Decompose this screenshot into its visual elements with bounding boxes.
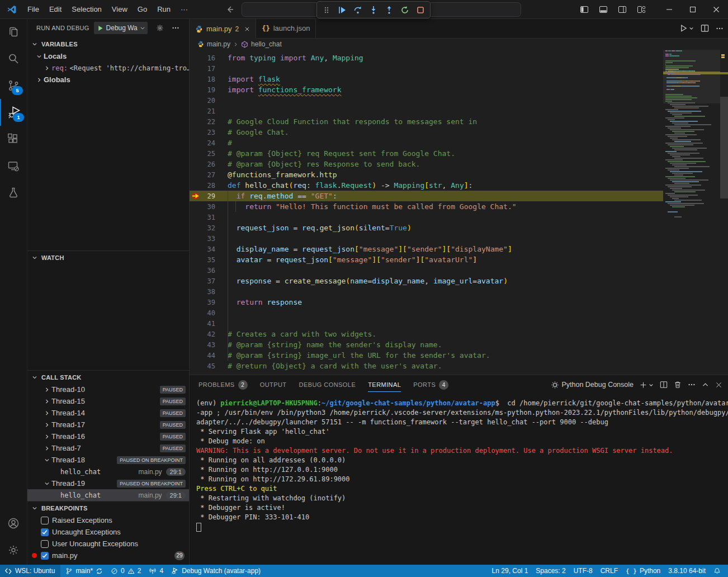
breakpoint-gutter[interactable]: [190, 84, 202, 95]
kill-terminal-icon[interactable]: [674, 381, 682, 389]
breakpoint-gutter[interactable]: [190, 244, 202, 254]
callstack-frame[interactable]: hello_chatmain.py29:1: [27, 489, 189, 501]
breakpoint-gutter[interactable]: [190, 116, 202, 127]
menu-go[interactable]: Go: [133, 3, 152, 16]
statusbar-eol[interactable]: CRLF: [597, 565, 622, 577]
breakpoint-checkbox[interactable]: [41, 517, 49, 524]
breakpoint-gutter[interactable]: [190, 95, 202, 106]
breakpoint-gutter[interactable]: [190, 138, 202, 148]
callstack-thread[interactable]: Thread-7PAUSED: [27, 442, 189, 454]
new-terminal-icon[interactable]: [640, 381, 654, 389]
callstack-thread[interactable]: Thread-15PAUSED: [27, 395, 189, 407]
callstack-thread[interactable]: Thread-19PAUSED ON BREAKPOINT: [27, 477, 189, 489]
toggle-panel-icon[interactable]: [595, 2, 612, 17]
toggle-sidebar-icon[interactable]: [576, 2, 593, 17]
code-line-24[interactable]: 24#: [190, 138, 663, 148]
activity-remote-explorer[interactable]: [0, 153, 27, 179]
maximize-button[interactable]: [681, 0, 705, 18]
code-line-32[interactable]: 32 request_json = req.get_json(silent=Tr…: [190, 223, 663, 233]
code-line-38[interactable]: 38: [190, 286, 663, 297]
breakpoint-gutter[interactable]: [190, 201, 202, 212]
editor-more-actions-icon[interactable]: [716, 25, 724, 32]
variables-scope-globals[interactable]: Globals: [27, 74, 189, 86]
breakpoint-item[interactable]: main.py29: [27, 550, 189, 561]
code-line-19[interactable]: 19import functions_framework: [190, 84, 663, 95]
statusbar-encoding[interactable]: UTF-8: [570, 565, 597, 577]
code-line-23[interactable]: 23# Google Chat.: [190, 127, 663, 138]
breakpoint-gutter[interactable]: [190, 329, 202, 339]
watch-section-header[interactable]: WATCH: [27, 250, 189, 264]
settings-gear-icon[interactable]: [0, 537, 27, 564]
breakpoint-gutter[interactable]: [190, 180, 202, 191]
menu-file[interactable]: File: [22, 3, 44, 16]
panel-tab-problems[interactable]: PROBLEMS2: [198, 375, 248, 394]
callstack-frame[interactable]: hello_chatmain.py29:1: [27, 466, 189, 477]
statusbar-indentation[interactable]: Spaces: 2: [532, 565, 569, 577]
scrollbar[interactable]: [720, 50, 728, 375]
close-panel-icon[interactable]: [715, 381, 722, 389]
code-line-45[interactable]: 45# @return {Object} a card with the use…: [190, 361, 663, 371]
code-line-37[interactable]: 37 response = create_message(name=displa…: [190, 276, 663, 286]
nav-back-icon[interactable]: [225, 5, 234, 14]
activity-testing[interactable]: [0, 179, 27, 206]
breakpoints-section-header[interactable]: BREAKPOINTS: [27, 501, 189, 514]
breakpoint-gutter[interactable]: [190, 212, 202, 223]
menu-edit[interactable]: Edit: [44, 3, 67, 16]
code-line-26[interactable]: 26# @param {Object} res Response to send…: [190, 159, 663, 169]
code-line-42[interactable]: 42# Creates a card with two widgets.: [190, 329, 663, 339]
breakpoint-gutter[interactable]: [190, 339, 202, 350]
panel-more-actions-icon[interactable]: [688, 381, 696, 389]
code-line-44[interactable]: 44# @param {string} image_url the URL fo…: [190, 350, 663, 361]
code-line-34[interactable]: 34 display_name = request_json["message"…: [190, 244, 663, 254]
callstack-thread[interactable]: Thread-14PAUSED: [27, 407, 189, 419]
statusbar-notifications[interactable]: [710, 565, 725, 577]
callstack-thread[interactable]: Thread-10PAUSED: [27, 384, 189, 395]
code-line-33[interactable]: 33: [190, 233, 663, 244]
breakpoint-gutter[interactable]: [190, 318, 202, 329]
call-stack-section-header[interactable]: CALL STACK: [27, 370, 189, 384]
variables-section-header[interactable]: VARIABLES: [27, 37, 189, 50]
code-line-25[interactable]: 25# @param {Object} req Request sent fro…: [190, 148, 663, 159]
debug-step-out-button[interactable]: [382, 3, 396, 17]
statusbar-problems[interactable]: 02: [107, 565, 145, 577]
callstack-thread[interactable]: Thread-16PAUSED: [27, 431, 189, 442]
activity-extensions[interactable]: [0, 126, 27, 153]
split-terminal-icon[interactable]: [660, 381, 668, 389]
minimap[interactable]: [663, 50, 720, 375]
code-line-18[interactable]: 18import flask: [190, 74, 663, 84]
code-line-30[interactable]: 30 return "Hello! This function must be …: [190, 201, 663, 212]
toggle-secondary-sidebar-icon[interactable]: [614, 2, 631, 17]
statusbar-cursor-position[interactable]: Ln 29, Col 1: [488, 565, 532, 577]
breakpoint-item[interactable]: User Uncaught Exceptions: [27, 538, 189, 550]
panel-tab-output[interactable]: OUTPUT: [260, 375, 287, 394]
breakpoint-checkbox[interactable]: [41, 552, 49, 560]
menu-more[interactable]: ···: [176, 3, 193, 16]
breakpoint-gutter[interactable]: [190, 169, 202, 180]
breakpoint-gutter[interactable]: [190, 308, 202, 318]
maximize-panel-icon[interactable]: [702, 381, 709, 389]
breakpoint-gutter[interactable]: [190, 286, 202, 297]
code-line-36[interactable]: 36: [190, 265, 663, 276]
callstack-thread[interactable]: Thread-18PAUSED ON BREAKPOINT: [27, 454, 189, 466]
python-debug-console-item[interactable]: Python Debug Console: [551, 381, 634, 389]
debug-stop-button[interactable]: [413, 3, 428, 17]
split-editor-icon[interactable]: [701, 24, 709, 32]
drag-handle-icon[interactable]: [319, 3, 334, 17]
activity-explorer[interactable]: [0, 18, 27, 45]
run-python-file-button[interactable]: [679, 24, 694, 32]
breakpoint-gutter[interactable]: [190, 127, 202, 138]
breakpoint-item[interactable]: Uncaught Exceptions: [27, 526, 189, 538]
menu-selection[interactable]: Selection: [67, 3, 106, 16]
breakpoint-gutter[interactable]: [190, 53, 202, 63]
code-line-29[interactable]: 29 if req.method == "GET":: [190, 191, 663, 201]
breakpoint-gutter[interactable]: [190, 297, 202, 308]
breakpoint-gutter[interactable]: [190, 254, 202, 265]
statusbar-debug-session[interactable]: Debug Watch (avatar-app): [167, 565, 264, 577]
statusbar-remote-indicator[interactable]: WSL: Ubuntu: [0, 565, 60, 577]
debug-step-over-button[interactable]: [351, 3, 365, 17]
statusbar-language-mode[interactable]: { }Python: [622, 565, 664, 577]
statusbar-branch[interactable]: main*: [62, 565, 107, 577]
breakpoint-gutter[interactable]: [190, 276, 202, 286]
variables-scope-locals[interactable]: Locals: [27, 50, 189, 62]
breakpoint-checkbox[interactable]: [41, 528, 49, 536]
